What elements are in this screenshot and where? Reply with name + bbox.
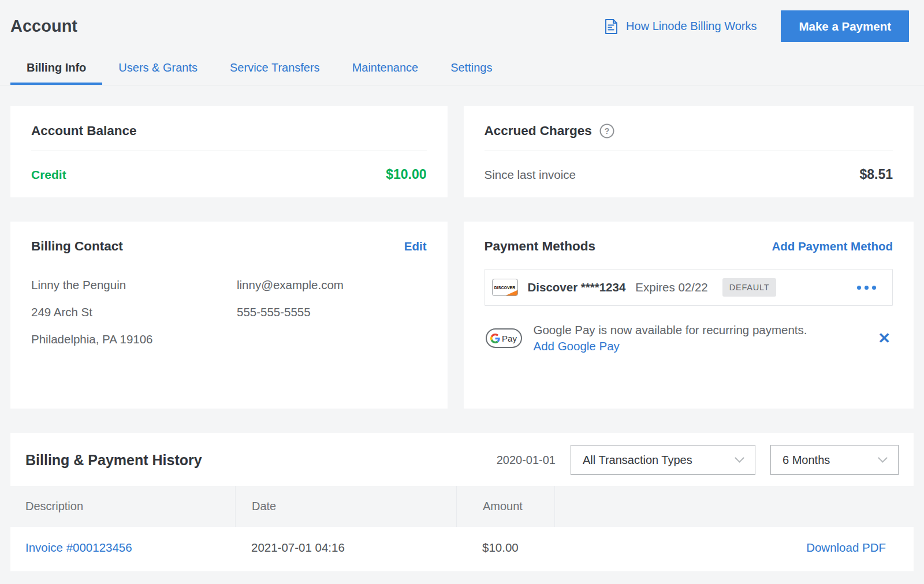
invoice-amount: $10.00 <box>456 527 554 568</box>
credit-label: Credit <box>31 168 66 182</box>
summary-row: Account Balance Credit $10.00 Accrued Ch… <box>10 106 914 197</box>
chevron-down-icon <box>735 457 744 463</box>
accrued-charges-row: Since last invoice $8.51 <box>485 167 893 182</box>
invoice-link[interactable]: Invoice #000123456 <box>25 541 132 555</box>
billing-link-label: How Linode Billing Works <box>626 20 757 33</box>
account-balance-row: Credit $10.00 <box>31 167 427 182</box>
tab-users-grants[interactable]: Users & Grants <box>102 53 214 85</box>
tab-bar: Billing Info Users & Grants Service Tran… <box>0 53 924 85</box>
default-badge: DEFAULT <box>722 278 777 297</box>
payment-method-row: DISCOVER Discover ****1234 Expires 02/22… <box>485 269 893 306</box>
billing-history-section: Billing & Payment History 2020-01-01 All… <box>10 433 914 571</box>
download-pdf-link[interactable]: Download PDF <box>806 541 886 555</box>
accrued-charges-title-text: Accrued Charges <box>485 123 592 138</box>
contact-address-line1: 249 Arch St <box>31 305 237 319</box>
billing-history-title: Billing & Payment History <box>25 452 202 469</box>
contact-phone: 555-555-5555 <box>237 305 344 319</box>
edit-billing-contact-link[interactable]: Edit <box>404 239 427 253</box>
transaction-type-value: All Transaction Types <box>583 454 692 467</box>
billing-contact-card: Billing Contact Edit Linny the Penguin 2… <box>10 222 448 409</box>
invoice-date: 2021-07-01 04:16 <box>235 527 456 568</box>
column-header-date: Date <box>235 486 456 527</box>
contact-name: Linny the Penguin <box>31 278 237 292</box>
make-payment-button[interactable]: Make a Payment <box>781 10 909 42</box>
svg-text:?: ? <box>605 126 610 136</box>
tab-settings[interactable]: Settings <box>434 53 508 85</box>
page-title: Account <box>10 17 77 36</box>
billing-info-panel: Account Balance Credit $10.00 Accrued Ch… <box>0 85 924 571</box>
divider <box>31 151 427 151</box>
tab-maintenance[interactable]: Maintenance <box>336 53 435 85</box>
accrued-amount: $8.51 <box>859 167 893 182</box>
card-actions-menu-icon[interactable] <box>854 282 880 293</box>
column-header-amount: Amount <box>456 486 554 527</box>
chevron-down-icon <box>878 457 888 463</box>
page-header: Account How Linode Billing Works Make a … <box>0 0 924 53</box>
help-icon[interactable]: ? <box>599 123 614 138</box>
payment-methods-card: Payment Methods Add Payment Method DISCO… <box>464 222 914 409</box>
account-balance-card: Account Balance Credit $10.00 <box>10 106 448 197</box>
date-range-value: 6 Months <box>783 454 830 467</box>
contact-address-line2: Philadelphia, PA 19106 <box>31 332 237 346</box>
payment-methods-title: Payment Methods <box>485 239 596 254</box>
header-actions: How Linode Billing Works Make a Payment <box>604 10 909 42</box>
accrued-charges-card: Accrued Charges ? Since last invoice $8.… <box>464 106 914 197</box>
card-label: Discover ****1234 <box>528 280 626 294</box>
discover-card-icon: DISCOVER <box>492 279 518 296</box>
column-header-actions <box>554 486 914 527</box>
google-pay-message: Google Pay is now available for recurrin… <box>534 323 807 337</box>
column-header-description: Description <box>10 486 235 527</box>
close-icon[interactable]: ✕ <box>875 328 893 348</box>
date-range-select[interactable]: 6 Months <box>770 445 899 475</box>
history-table-header: Description Date Amount <box>10 486 914 527</box>
history-start-date: 2020-01-01 <box>497 454 556 467</box>
tab-service-transfers[interactable]: Service Transfers <box>214 53 336 85</box>
card-expiry: Expires 02/22 <box>635 280 707 294</box>
tab-billing-info[interactable]: Billing Info <box>10 53 102 85</box>
add-payment-method-link[interactable]: Add Payment Method <box>772 239 893 253</box>
table-row: Invoice #000123456 2021-07-01 04:16 $10.… <box>10 527 914 568</box>
details-row: Billing Contact Edit Linny the Penguin 2… <box>10 222 914 409</box>
credit-amount: $10.00 <box>386 167 426 182</box>
billing-contact-details: Linny the Penguin 249 Arch St Philadelph… <box>31 278 427 346</box>
how-linode-billing-works-link[interactable]: How Linode Billing Works <box>604 18 757 35</box>
accrued-charges-title: Accrued Charges ? <box>485 123 893 138</box>
document-icon <box>604 18 619 35</box>
since-last-invoice-label: Since last invoice <box>485 168 576 182</box>
add-google-pay-link[interactable]: Add Google Pay <box>534 339 807 353</box>
google-pay-banner: Pay Google Pay is now available for recu… <box>485 323 893 353</box>
account-balance-title: Account Balance <box>31 123 427 138</box>
divider <box>485 151 893 151</box>
contact-email: linny@example.com <box>237 278 344 292</box>
google-pay-icon: Pay <box>486 328 522 348</box>
transaction-type-select[interactable]: All Transaction Types <box>571 445 755 475</box>
billing-contact-title: Billing Contact <box>31 239 123 254</box>
